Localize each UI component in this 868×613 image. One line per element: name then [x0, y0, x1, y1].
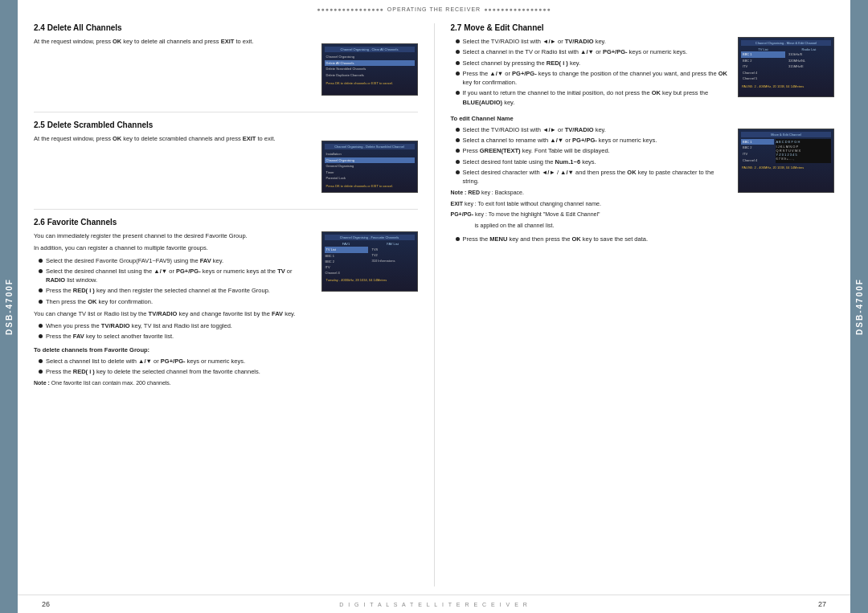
favorite-subheading: To delete channels from Favorite Group: [34, 346, 418, 353]
page-number-left: 26 [42, 600, 50, 608]
brand-label-left: DSB-4700F [5, 278, 14, 335]
bullet-item: Press the RED( i ) key and then register… [39, 286, 313, 295]
section-delete-all: 2.4 Delete All Channels Channel Organisi… [34, 23, 418, 104]
bullet-dot [39, 370, 43, 374]
bullet-item: Select desired font table using the Num.… [456, 157, 731, 166]
bullet-item: Press the RED( i ) key to delete the sel… [39, 367, 418, 376]
screen-delete-all: Channel Organising - Clear All Channels … [321, 43, 418, 96]
page-header: ●●●●●●●●●●●●●●●● OPERATING THE RECEIVER … [18, 0, 850, 15]
screen-move-edit: Channel Organising - Move & Edit Channel… [738, 37, 834, 97]
bullet-item: Select channel by pressing the RED( i ) … [456, 59, 731, 67]
bullet-dot [39, 300, 43, 304]
header-dots-left: ●●●●●●●●●●●●●●●● [317, 6, 384, 12]
bullet-dot [456, 170, 460, 174]
section-delete-scrambled-title: 2.5 Delete Scrambled Channels [34, 121, 418, 129]
bullet-dot [456, 138, 460, 142]
edit-channel-name-subheading: To edit Channel Name [451, 115, 835, 122]
section-move-edit-title: 2.7 Move & Edit Channel [451, 23, 835, 32]
note-pgpg-key: PG+/PG- key : To move the highlight "Mov… [451, 210, 835, 219]
screen-delete-all-hint: Press OK to delete channels or EXIT to c… [325, 80, 415, 86]
bullet-dot [456, 160, 460, 164]
bullet-dot [456, 237, 460, 241]
section-delete-all-title: 2.4 Delete All Channels [34, 23, 418, 32]
bullet-dot [39, 324, 43, 328]
left-column: 2.4 Delete All Channels Channel Organisi… [34, 15, 418, 595]
bullet-dot [456, 128, 460, 132]
content-columns: 2.4 Delete All Channels Channel Organisi… [18, 15, 850, 595]
bullet-item: Then press the OK key for confirmation. [39, 297, 313, 306]
move-edit-content: Channel Organising - Move & Edit Channel… [451, 37, 835, 110]
bullet-dot [39, 359, 43, 363]
bullet-item: Press the FAV key to select another favo… [39, 332, 418, 341]
bullet-dot [39, 334, 43, 338]
bullet-item: Press GREEN(TEXT) key. Font Table will b… [456, 146, 731, 155]
screen-delete-all-header: Channel Organising - Clear All Channels [325, 47, 415, 52]
bullet-item: Select the desired Favorite Group(FAV1~F… [39, 256, 313, 265]
screen-scrambled-header: Channel Organising - Delete Scrambled Ch… [325, 144, 415, 149]
main-content: ●●●●●●●●●●●●●●●● OPERATING THE RECEIVER … [18, 0, 850, 613]
section-edit-channel-name: To edit Channel Name Move & Edit Channel… [451, 115, 835, 247]
column-divider [434, 23, 435, 586]
favorite-note: Note : One favorite list can contain max… [34, 379, 418, 388]
bullet-item: When you press the TV/RADIO key, TV list… [39, 321, 418, 330]
bullet-dot [456, 61, 460, 65]
section-favorite-title: 2.6 Favorite Channels [34, 218, 418, 227]
note-exit-key: EXIT key : To exit font table without ch… [451, 200, 835, 209]
screen-delete-scrambled: Channel Organising - Delete Scrambled Ch… [321, 141, 418, 193]
bullet-dot [456, 72, 460, 76]
edit-channel-bullets-2: Press the MENU key and then press the OK… [456, 235, 835, 243]
bullet-dot [39, 259, 43, 263]
bullet-item: Select a channel in the TV or Radio list… [456, 47, 731, 56]
right-column: 2.7 Move & Edit Channel Channel Organisi… [451, 15, 835, 595]
header-label: OPERATING THE RECEIVER [387, 6, 481, 12]
screen-edit-channel: Move & Edit Channel BBC 1 BBC 2 ITV Chan… [738, 129, 834, 193]
screen-scrambled-hint: Press OK to delete channels or EXIT to c… [325, 183, 415, 189]
bullet-dot [39, 288, 43, 292]
page-number-right: 27 [818, 600, 826, 608]
bullet-item: Select desired character with ◄/► / ▲/▼ … [456, 168, 731, 186]
bullet-item: Select a channel to rename with ▲/▼ or P… [456, 136, 731, 145]
bullet-item: Select the desired channel list using th… [39, 267, 313, 285]
note-pgpg-desc: is applied on the all channel list. [451, 222, 835, 231]
edit-channel-name-content: Move & Edit Channel BBC 1 BBC 2 ITV Chan… [451, 125, 835, 247]
page-footer: 26 D I G I T A L S A T E L L I T E R E C… [18, 595, 850, 613]
delete-all-content: Channel Organising - Clear All Channels … [34, 37, 418, 104]
bullet-dot [456, 149, 460, 153]
section-move-edit: 2.7 Move & Edit Channel Channel Organisi… [451, 23, 835, 110]
footer-center-text: D I G I T A L S A T E L L I T E R E C E … [339, 602, 529, 607]
bullet-item: Select the TV/RADIO list with ◄/► or TV/… [456, 37, 731, 46]
separator-1 [34, 112, 418, 112]
bullet-dot [456, 91, 460, 95]
section-favorite: 2.6 Favorite Channels Channel Organising… [34, 218, 418, 390]
bullet-item: Select a channel list to delete with ▲/▼… [39, 357, 418, 366]
side-tab-right: DSB-4700F [850, 0, 868, 613]
favorite-bullets-2: When you press the TV/RADIO key, TV list… [39, 321, 418, 341]
brand-label-right: DSB-4700F [855, 278, 864, 335]
bullet-dot [456, 50, 460, 54]
favorite-para2: You can change TV list or Radio list by … [34, 309, 418, 318]
delete-scrambled-content: Channel Organising - Delete Scrambled Ch… [34, 134, 418, 201]
bullet-item: Press the MENU key and then press the OK… [456, 235, 835, 243]
screen-favorite: Channel Organising - Favourite Channels … [321, 231, 418, 292]
header-dots-right: ●●●●●●●●●●●●●●●● [484, 6, 551, 12]
favorite-content: Channel Organising - Favourite Channels … [34, 231, 418, 390]
separator-2 [34, 209, 418, 210]
bullet-item: Select the TV/RADIO list with ◄/► or TV/… [456, 125, 731, 134]
section-delete-scrambled: 2.5 Delete Scrambled Channels Channel Or… [34, 121, 418, 201]
side-tab-left: DSB-4700F [0, 0, 18, 613]
bullet-dot [39, 269, 43, 273]
bullet-item: Press the ▲/▼ or PG+/PG- keys to change … [456, 69, 731, 88]
bullet-item: If you want to return the channel to the… [456, 88, 731, 107]
favorite-bullets-3: Select a channel list to delete with ▲/▼… [39, 357, 418, 377]
bullet-dot [456, 39, 460, 43]
